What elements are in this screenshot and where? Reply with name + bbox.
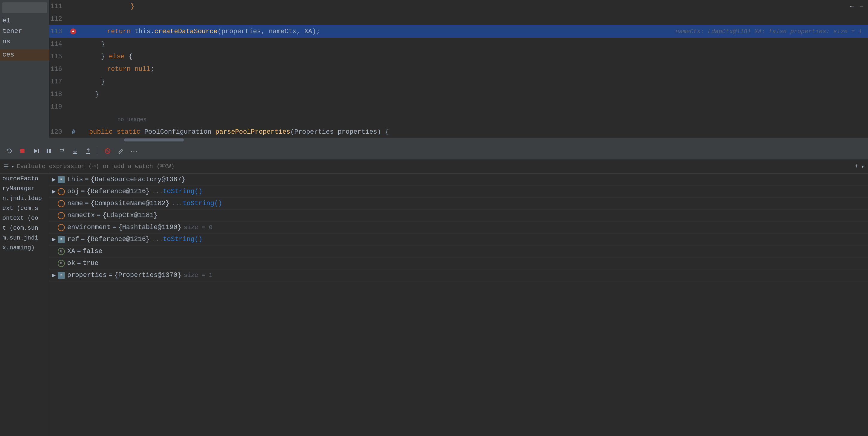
sidebar-search[interactable] — [2, 2, 47, 13]
code-line: 112 — [49, 12, 868, 25]
frame-item[interactable]: x.naming) — [0, 243, 49, 253]
annotation-icon: @ — [72, 129, 75, 135]
frame-item[interactable]: ontext (co — [0, 213, 49, 223]
sidebar-item-ns[interactable]: ns — [0, 36, 49, 47]
var-equals: = — [81, 188, 85, 195]
eval-input[interactable] — [17, 163, 852, 170]
code-line: 120@public static PoolConfiguration pars… — [49, 125, 868, 138]
variable-row[interactable]: environment = {Hashtable@1190} size = 0 — [49, 222, 868, 234]
code-line: 115} else { — [49, 50, 868, 63]
line-gutter: @ — [66, 129, 81, 135]
var-type-icon — [58, 224, 65, 231]
line-content: return null; — [81, 65, 868, 73]
svg-rect-4 — [49, 149, 51, 153]
var-expand-icon[interactable]: ▶ — [52, 271, 58, 279]
line-number: 111 — [49, 3, 66, 10]
minimize-button[interactable]: — — [857, 2, 866, 11]
frame-item[interactable]: ryManager — [0, 184, 49, 194]
line-number: 118 — [49, 91, 66, 98]
var-equals: = — [77, 248, 81, 255]
var-name: obj — [67, 188, 79, 195]
var-type-icon: ≡ — [58, 176, 65, 183]
line-content: } else { — [81, 53, 868, 60]
var-tostring-link[interactable]: toString() — [183, 200, 222, 207]
var-extra-link: ... — [152, 236, 163, 243]
var-expand-icon[interactable]: ▶ — [52, 235, 58, 243]
frame-item[interactable]: t (com.sun — [0, 223, 49, 233]
var-equals: = — [85, 200, 89, 207]
line-content: return this.createDataSource(properties,… — [81, 28, 676, 35]
frames-panel: ourceFactoryManagern.jndi.ldapext (com.s… — [0, 174, 49, 436]
var-tostring-link[interactable]: toString() — [163, 188, 203, 195]
mute-breakpoints-button[interactable] — [103, 146, 113, 156]
var-type-icon: ≡ — [58, 236, 65, 243]
more-debug-button[interactable]: ⋯ — [129, 146, 139, 156]
sidebar-item-tener[interactable]: tener — [0, 26, 49, 36]
var-name: nameCtx — [67, 212, 95, 219]
var-extra: size = 1 — [184, 272, 213, 279]
var-name: environment — [67, 224, 111, 231]
var-equals: = — [108, 271, 113, 279]
toolbar-separator — [98, 147, 98, 154]
more-options-button[interactable]: ⋯ — [848, 2, 856, 11]
code-scrollbar[interactable] — [49, 138, 868, 142]
var-type-icon — [58, 212, 65, 219]
variable-row[interactable]: bok = true — [49, 258, 868, 269]
code-line: 118} — [49, 88, 868, 100]
code-scrollbar-thumb[interactable] — [124, 139, 184, 141]
svg-marker-1 — [34, 149, 38, 153]
pause-button[interactable] — [44, 146, 54, 156]
editor-main: 111 }112113●return this.createDataSource… — [49, 0, 868, 142]
line-content: } — [81, 3, 868, 10]
step-out-button[interactable] — [83, 146, 93, 156]
stop-button[interactable] — [18, 146, 27, 156]
var-equals: = — [113, 224, 116, 231]
step-into-button[interactable] — [70, 146, 80, 156]
var-name: this — [67, 176, 83, 183]
var-type-icon: b — [58, 248, 65, 255]
svg-rect-2 — [38, 149, 39, 153]
frame-item[interactable]: ourceFacto — [0, 174, 49, 184]
var-type-icon: b — [58, 260, 65, 267]
line-number: 113 — [49, 28, 66, 35]
line-number: 112 — [49, 15, 66, 23]
code-line: 114} — [49, 38, 868, 50]
step-over-button[interactable] — [57, 146, 67, 156]
rerun-button[interactable] — [4, 146, 14, 156]
top-right-corner: ⋯ — — [845, 0, 868, 13]
frame-item[interactable]: m.sun.jndi — [0, 233, 49, 243]
filter-dropdown[interactable]: ▾ — [11, 164, 14, 170]
code-line: 113●return this.createDataSource(propert… — [49, 25, 868, 38]
resume-button[interactable] — [31, 146, 40, 156]
variable-row[interactable]: ▶obj = {Reference@1216} ... toString() — [49, 186, 868, 198]
var-expand-icon[interactable]: ▶ — [52, 187, 58, 196]
watch-dropdown-button[interactable]: ▾ — [861, 163, 864, 170]
frame-item[interactable]: ext (com.s — [0, 203, 49, 213]
line-content: } — [81, 40, 868, 48]
var-value: {CompositeName@1182} — [91, 200, 169, 207]
var-value: {Hashtable@1190} — [118, 224, 181, 231]
variable-row[interactable]: ▶≡properties = {Properties@1370} size = … — [49, 269, 868, 282]
breakpoint-icon[interactable]: ● — [70, 28, 76, 34]
code-line: no usages — [49, 113, 868, 125]
line-number: 120 — [49, 128, 66, 136]
sidebar-section: ces — [0, 49, 49, 60]
var-name: ref — [67, 236, 79, 243]
add-watch-button[interactable]: + — [855, 163, 859, 170]
variable-row[interactable]: nameCtx = {LdapCtx@1181} — [49, 210, 868, 222]
code-line: 111 } — [49, 0, 868, 12]
line-hint: nameCtx: LdapCtx@1181 XA: false properti… — [676, 28, 868, 35]
line-number: 114 — [49, 40, 66, 48]
sidebar-item-e1[interactable]: e1 — [0, 16, 49, 26]
var-expand-icon[interactable]: ▶ — [52, 176, 58, 184]
edit-button[interactable] — [116, 146, 126, 156]
frame-item[interactable]: n.jndi.ldap — [0, 194, 49, 203]
code-lines[interactable]: 111 }112113●return this.createDataSource… — [49, 0, 868, 138]
line-number: 116 — [49, 65, 66, 73]
variable-row[interactable]: name = {CompositeName@1182} ... toString… — [49, 198, 868, 210]
variable-row[interactable]: bXA = false — [49, 245, 868, 258]
variable-row[interactable]: ▶≡this = {DataSourceFactory@1367} — [49, 174, 868, 186]
filter-button[interactable]: ☰ — [4, 163, 9, 170]
var-tostring-link[interactable]: toString() — [163, 236, 203, 243]
variable-row[interactable]: ▶≡ref = {Reference@1216} ... toString() — [49, 234, 868, 245]
